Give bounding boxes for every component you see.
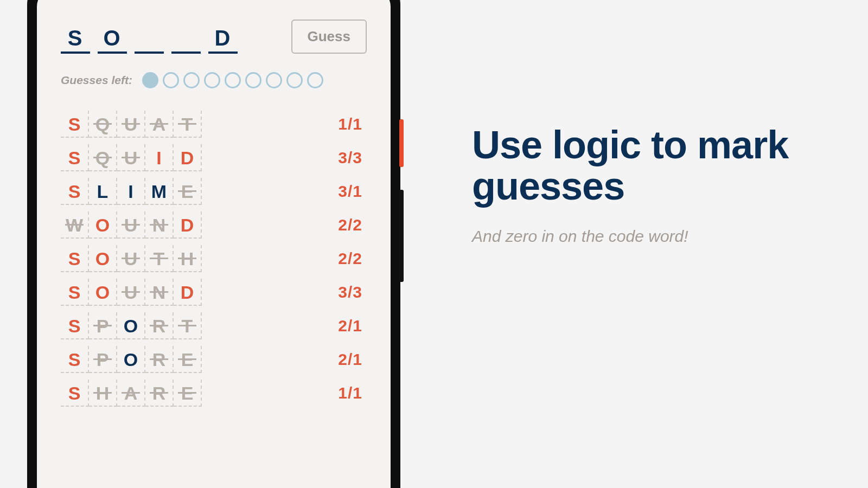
- letter-cell[interactable]: N: [145, 211, 174, 239]
- letter-cell[interactable]: S: [61, 346, 89, 373]
- letter-cell[interactable]: U: [117, 111, 145, 138]
- guesses-left-label: Guesses left:: [61, 74, 132, 87]
- guess-row: SQUID3/3: [61, 144, 367, 172]
- letter-cell[interactable]: O: [89, 245, 117, 272]
- guess-row: WOUND2/2: [61, 211, 367, 239]
- guess-dot: [225, 72, 241, 88]
- letter-cell[interactable]: O: [89, 279, 117, 306]
- letter-cell[interactable]: O: [117, 312, 145, 339]
- letter-cell[interactable]: U: [117, 144, 145, 171]
- guess-score: 2/2: [338, 249, 362, 268]
- letter-cell[interactable]: W: [61, 211, 89, 239]
- guess-score: 3/3: [338, 283, 362, 301]
- letter-cell[interactable]: R: [145, 346, 174, 373]
- guesses-left-dots: [142, 72, 323, 88]
- letter-cell[interactable]: O: [89, 211, 117, 239]
- letter-cell[interactable]: U: [117, 211, 145, 239]
- letter-cell[interactable]: P: [89, 312, 117, 339]
- guess-dot: [183, 72, 200, 88]
- guess-row: SPORE2/1: [61, 345, 367, 374]
- letter-cell[interactable]: T: [174, 312, 202, 339]
- guess-dot: [245, 72, 261, 88]
- letter-cell[interactable]: E: [174, 178, 202, 205]
- letter-cell[interactable]: A: [117, 380, 145, 407]
- letter-cell[interactable]: L: [89, 178, 117, 205]
- guess-row: SHARE1/1: [61, 379, 367, 407]
- letter-cell[interactable]: U: [117, 279, 145, 306]
- guess-score: 3/3: [338, 149, 362, 167]
- guess-score: 1/1: [338, 115, 362, 133]
- letter-cell[interactable]: S: [61, 111, 89, 138]
- letter-cell[interactable]: H: [174, 245, 202, 272]
- guess-list: SQUAT1/1SQUID3/3SLIME3/1WOUND2/2SOUTH2/2…: [61, 110, 367, 407]
- guesses-left-row: Guesses left:: [61, 72, 367, 88]
- letter-cell[interactable]: Q: [89, 111, 117, 138]
- letter-cell[interactable]: S: [61, 312, 89, 339]
- letter-cell[interactable]: T: [174, 111, 202, 138]
- guess-button[interactable]: Guess: [291, 20, 367, 54]
- guess-row: SOUTH2/2: [61, 245, 367, 273]
- guess-dot: [204, 72, 220, 88]
- guess-cells: SOUTH: [61, 245, 202, 272]
- guess-score: 2/1: [338, 350, 362, 369]
- phone-screen: SO··D Guess Guesses left: SQUAT1/1SQUID3…: [37, 0, 391, 488]
- letter-cell[interactable]: E: [174, 346, 202, 373]
- letter-cell[interactable]: R: [145, 312, 174, 339]
- guess-dot: [307, 72, 323, 88]
- letter-cell[interactable]: M: [145, 178, 174, 205]
- letter-cell[interactable]: D: [174, 211, 202, 239]
- letter-cell[interactable]: S: [61, 144, 89, 171]
- promo-text: Use logic to mark guesses And zero in on…: [472, 125, 825, 246]
- guess-cells: SQUAT: [61, 111, 202, 138]
- guess-cells: WOUND: [61, 211, 202, 239]
- letter-cell[interactable]: P: [89, 346, 117, 373]
- guess-score: 2/1: [338, 317, 362, 335]
- guess-dot: [286, 72, 303, 88]
- guess-cells: SPORT: [61, 312, 202, 339]
- guess-cells: SQUID: [61, 144, 202, 171]
- guess-row: SQUAT1/1: [61, 110, 367, 138]
- answer-slot[interactable]: O: [98, 26, 127, 54]
- letter-cell[interactable]: A: [145, 111, 174, 138]
- guess-cells: SOUND: [61, 279, 202, 306]
- letter-cell[interactable]: I: [117, 178, 145, 205]
- answer-slot[interactable]: D: [208, 26, 238, 54]
- letter-cell[interactable]: S: [61, 178, 89, 205]
- guess-dot: [142, 72, 158, 88]
- letter-cell[interactable]: S: [61, 380, 89, 407]
- letter-cell[interactable]: T: [145, 245, 174, 272]
- answer-row: SO··D Guess: [61, 20, 367, 54]
- letter-cell[interactable]: Q: [89, 144, 117, 171]
- letter-cell[interactable]: H: [89, 380, 117, 407]
- letter-cell[interactable]: S: [61, 245, 89, 272]
- guess-dot: [266, 72, 282, 88]
- guess-cells: SLIME: [61, 178, 202, 205]
- letter-cell[interactable]: I: [145, 144, 174, 171]
- guess-cells: SHARE: [61, 380, 202, 407]
- guess-row: SPORT2/1: [61, 312, 367, 340]
- promo-title: Use logic to mark guesses: [472, 125, 825, 207]
- guess-dot: [163, 72, 179, 88]
- guess-score: 2/2: [338, 216, 362, 234]
- letter-cell[interactable]: O: [117, 346, 145, 373]
- letter-cell[interactable]: N: [145, 279, 174, 306]
- answer-slot[interactable]: ·: [135, 26, 164, 54]
- letter-cell[interactable]: D: [174, 279, 202, 306]
- guess-row: SOUND3/3: [61, 278, 367, 306]
- answer-slot[interactable]: S: [61, 26, 90, 54]
- phone-volume-button: [399, 190, 404, 282]
- answer-slots: SO··D: [61, 26, 238, 54]
- letter-cell[interactable]: R: [145, 380, 174, 407]
- letter-cell[interactable]: E: [174, 380, 202, 407]
- letter-cell[interactable]: S: [61, 279, 89, 306]
- phone-power-button: [399, 119, 404, 167]
- promo-subtitle: And zero in on the code word!: [472, 227, 825, 246]
- letter-cell[interactable]: U: [117, 245, 145, 272]
- answer-slot[interactable]: ·: [171, 26, 201, 54]
- guess-row: SLIME3/1: [61, 177, 367, 206]
- guess-score: 3/1: [338, 182, 362, 201]
- phone-frame: SO··D Guess Guesses left: SQUAT1/1SQUID3…: [27, 0, 400, 488]
- guess-score: 1/1: [338, 384, 362, 402]
- letter-cell[interactable]: D: [174, 144, 202, 171]
- guess-cells: SPORE: [61, 346, 202, 373]
